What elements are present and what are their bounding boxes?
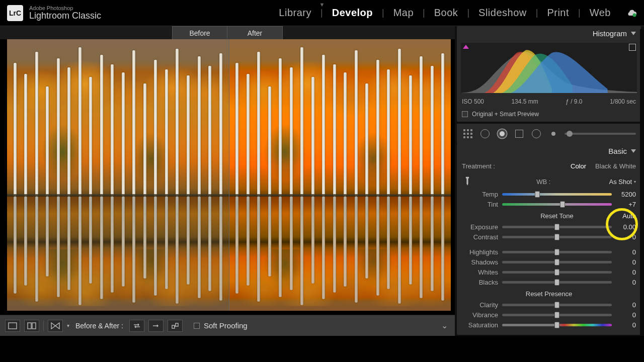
module-library[interactable]: Library xyxy=(279,7,311,19)
wb-label: WB : xyxy=(478,178,609,186)
blacks-slider[interactable] xyxy=(502,281,612,284)
copy-before-button[interactable] xyxy=(148,320,164,332)
shadows-label: Shadows xyxy=(462,258,498,266)
histogram-header[interactable]: Histogram xyxy=(457,26,641,41)
svg-rect-5 xyxy=(176,323,178,326)
module-web[interactable]: Web xyxy=(590,7,611,19)
contrast-label: Contrast xyxy=(462,233,498,241)
exposure-slider[interactable] xyxy=(502,226,612,228)
whites-slider[interactable] xyxy=(502,271,612,274)
module-book[interactable]: Book xyxy=(434,7,458,19)
exposure-label: Exposure xyxy=(462,223,498,231)
reset-presence-label[interactable]: Reset Presence xyxy=(462,287,636,300)
radial-filter-icon[interactable] xyxy=(530,128,542,140)
wb-preset-dropdown[interactable]: As Shot▾ xyxy=(609,178,636,186)
panel-collapse-chevron-top[interactable]: ▼ xyxy=(319,2,325,8)
soft-proofing-label: Soft Proofing xyxy=(204,321,248,330)
preview-canvas[interactable] xyxy=(7,39,451,311)
tab-after[interactable]: After xyxy=(227,26,283,39)
whites-label: Whites xyxy=(462,268,498,276)
wb-eyedropper-icon[interactable] xyxy=(459,173,475,189)
saturation-label: Saturation xyxy=(462,321,498,329)
auto-tone-button[interactable]: Auto xyxy=(616,212,636,220)
basic-panel: Basic Treatment : Color Black & White WB… xyxy=(457,144,641,335)
before-after-label: Before & After : xyxy=(75,322,123,330)
redeye-tool-icon[interactable] xyxy=(496,128,508,140)
image-after xyxy=(229,39,451,311)
svg-point-0 xyxy=(633,13,636,17)
saturation-slider[interactable] xyxy=(502,324,612,326)
cloud-sync-icon[interactable] xyxy=(626,9,637,17)
histogram-metadata: ISO 500 134.5 mm ƒ / 9.0 1/800 sec xyxy=(457,95,641,108)
shadow-clip-icon[interactable] xyxy=(463,45,469,49)
module-print[interactable]: Print xyxy=(547,7,569,19)
module-picker: Library | Develop | Map | Book | Slidesh… xyxy=(279,7,637,19)
shadows-value[interactable]: 0 xyxy=(616,258,636,266)
highlight-clip-icon[interactable] xyxy=(629,44,636,51)
treatment-label: Treatment : xyxy=(462,162,561,170)
toolbar-chevron-icon[interactable]: ⌄ xyxy=(439,320,450,331)
soft-proofing-checkbox[interactable] xyxy=(194,323,200,329)
app-logo: LrC xyxy=(7,5,23,21)
app-title: Adobe Photoshop Lightroom Classic xyxy=(29,5,101,21)
temp-slider[interactable] xyxy=(502,193,612,196)
blacks-value[interactable]: 0 xyxy=(616,279,636,286)
highlights-value[interactable]: 0 xyxy=(616,248,636,256)
clarity-slider[interactable] xyxy=(502,304,612,306)
right-panel: Histogram ISO 500 134.5 mm ƒ / 9.0 1/800 xyxy=(455,26,644,336)
basic-title: Basic xyxy=(608,147,627,155)
temp-label: Temp xyxy=(462,191,498,198)
tab-before[interactable]: Before xyxy=(172,26,227,39)
preview-mode-icon[interactable] xyxy=(462,111,468,117)
app-suite-label: Adobe Photoshop xyxy=(29,5,101,11)
tint-value[interactable]: +7 xyxy=(616,201,636,208)
panel-collapse-icon[interactable] xyxy=(631,32,636,35)
meta-iso: ISO 500 xyxy=(462,98,484,105)
highlights-slider[interactable] xyxy=(502,251,612,253)
histogram-graph[interactable] xyxy=(461,43,637,93)
panel-collapse-icon[interactable] xyxy=(631,149,636,153)
vibrance-value[interactable]: 0 xyxy=(616,311,636,319)
basic-header[interactable]: Basic xyxy=(457,144,641,158)
module-slideshow[interactable]: Slideshow xyxy=(478,7,527,19)
exposure-value[interactable]: 0.00 xyxy=(616,223,636,231)
right-panel-scrollbar[interactable] xyxy=(640,29,644,336)
clarity-label: Clarity xyxy=(462,301,498,309)
graduated-filter-icon[interactable] xyxy=(513,128,525,140)
shadows-slider[interactable] xyxy=(502,261,612,263)
reset-tone-label[interactable]: Reset Tone xyxy=(498,212,616,220)
treatment-color[interactable]: Color xyxy=(571,162,586,170)
spot-removal-icon[interactable] xyxy=(479,128,491,140)
view-split-button[interactable] xyxy=(48,320,63,332)
copy-after-button[interactable] xyxy=(168,320,183,332)
swap-button[interactable] xyxy=(129,320,144,332)
brush-tool-icon[interactable] xyxy=(547,128,559,140)
view-loupe-button[interactable] xyxy=(5,320,20,332)
svg-rect-2 xyxy=(28,323,31,329)
treatment-bw[interactable]: Black & White xyxy=(595,162,636,170)
bottom-toolbar: ▾ Before & After : Soft Proofing ⌄ xyxy=(0,315,455,336)
meta-aperture: ƒ / 9.0 xyxy=(566,98,582,105)
blacks-label: Blacks xyxy=(462,279,498,286)
vibrance-label: Vibrance xyxy=(462,311,498,319)
clarity-value[interactable]: 0 xyxy=(616,301,636,309)
contrast-value[interactable]: 0 xyxy=(616,233,636,241)
view-compare-button[interactable] xyxy=(24,320,39,332)
module-develop[interactable]: Develop xyxy=(332,7,373,19)
vibrance-slider[interactable] xyxy=(502,314,612,316)
module-map[interactable]: Map xyxy=(393,7,414,19)
mask-amount-slider[interactable] xyxy=(565,133,636,135)
histogram-panel: Histogram ISO 500 134.5 mm ƒ / 9.0 1/800 xyxy=(457,26,641,122)
contrast-slider[interactable] xyxy=(502,236,612,238)
tool-strip xyxy=(457,124,641,144)
svg-rect-3 xyxy=(32,323,36,329)
view-dropdown-icon[interactable]: ▾ xyxy=(67,323,69,328)
crop-tool-icon[interactable] xyxy=(462,128,474,140)
whites-value[interactable]: 0 xyxy=(616,268,636,276)
tint-slider[interactable] xyxy=(502,203,612,206)
saturation-value[interactable]: 0 xyxy=(616,321,636,329)
preview-area: Before After xyxy=(0,26,455,336)
svg-rect-1 xyxy=(9,323,17,329)
histogram-title: Histogram xyxy=(593,29,627,38)
temp-value[interactable]: 5200 xyxy=(616,191,636,198)
